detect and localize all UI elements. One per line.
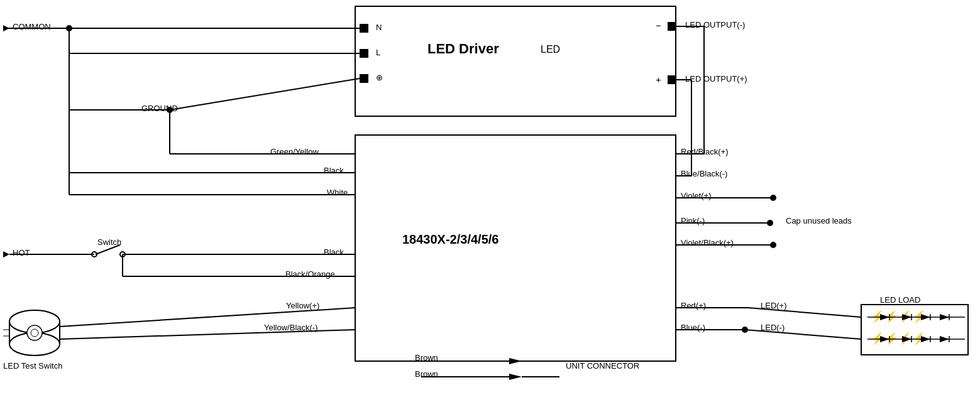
svg-line-13 bbox=[170, 79, 360, 110]
led-test-switch-label: LED Test Switch bbox=[3, 361, 62, 371]
violet-black-plus-label: Violet/Black(+) bbox=[681, 238, 734, 247]
svg-rect-0 bbox=[355, 6, 676, 116]
violet-plus-label: Violet(+) bbox=[681, 191, 712, 200]
l-terminal-label: L bbox=[376, 48, 380, 57]
black-orange-label: Black/Orange bbox=[285, 269, 335, 279]
svg-rect-6 bbox=[668, 22, 676, 31]
white-label: White bbox=[327, 188, 348, 197]
cap-unused-label: Cap unused leads bbox=[786, 216, 852, 225]
wiring-diagram: ⚡⚡⚡⚡ ⚡⚡⚡⚡ COMMON GROUND HOT LED Test Swi… bbox=[0, 0, 980, 417]
led-label: LED bbox=[541, 44, 560, 55]
unit-connector-label: UNIT CONNECTOR bbox=[566, 361, 639, 371]
led-output-minus-label: LED OUTPUT(-) bbox=[685, 20, 745, 30]
red-black-plus-label: Red/Black(+) bbox=[681, 147, 729, 156]
switch-label: Switch bbox=[97, 237, 121, 247]
blue-black-minus-label: Blue/Black(-) bbox=[681, 169, 727, 178]
yellow-black-minus-label: Yellow/Black(-) bbox=[264, 323, 318, 332]
svg-rect-1 bbox=[355, 135, 676, 361]
svg-text:⚡⚡⚡⚡: ⚡⚡⚡⚡ bbox=[871, 310, 927, 323]
svg-rect-7 bbox=[668, 75, 676, 84]
diagram-svg: ⚡⚡⚡⚡ ⚡⚡⚡⚡ bbox=[0, 0, 980, 417]
svg-point-51 bbox=[770, 195, 776, 201]
led-driver-title: LED Driver bbox=[427, 41, 499, 57]
black1-label: Black bbox=[324, 166, 344, 175]
svg-point-37 bbox=[31, 329, 38, 337]
ground-terminal-label: ⊕ bbox=[376, 73, 383, 82]
svg-marker-65 bbox=[509, 374, 522, 380]
red-plus-label: Red(+) bbox=[681, 301, 706, 310]
yellow-plus-label: Yellow(+) bbox=[286, 301, 319, 310]
svg-rect-5 bbox=[360, 74, 368, 83]
svg-point-61 bbox=[742, 327, 748, 333]
black2-label: Black bbox=[324, 247, 344, 257]
svg-point-55 bbox=[770, 242, 776, 248]
hot-label: HOT bbox=[13, 248, 30, 257]
blue-minus-label: Blue(-) bbox=[681, 323, 705, 332]
svg-point-53 bbox=[767, 220, 773, 226]
brown1-label: Brown bbox=[415, 353, 438, 362]
svg-rect-3 bbox=[360, 24, 368, 33]
pink-minus-label: Pink(-) bbox=[681, 216, 705, 225]
svg-marker-16 bbox=[3, 25, 9, 31]
svg-rect-4 bbox=[360, 49, 368, 58]
led-output-plus-label: LED OUTPUT(+) bbox=[685, 74, 747, 84]
led-minus-label: LED(-) bbox=[761, 323, 785, 332]
main-unit-label: 18430X-2/3/4/5/6 bbox=[402, 232, 498, 247]
ground-label: GROUND bbox=[141, 104, 178, 113]
svg-text:⚡⚡⚡⚡: ⚡⚡⚡⚡ bbox=[871, 332, 927, 345]
common-label: COMMON bbox=[13, 22, 51, 31]
n-terminal-label: N bbox=[376, 23, 382, 32]
svg-marker-21 bbox=[3, 251, 9, 257]
led-plus-label: LED(+) bbox=[761, 301, 787, 310]
plus-terminal-label: + bbox=[656, 74, 661, 85]
led-load-label: LED LOAD bbox=[880, 295, 920, 305]
minus-terminal-label: − bbox=[656, 20, 661, 31]
brown2-label: Brown bbox=[415, 369, 438, 379]
green-yellow-label: Green/Yellow bbox=[270, 147, 319, 156]
